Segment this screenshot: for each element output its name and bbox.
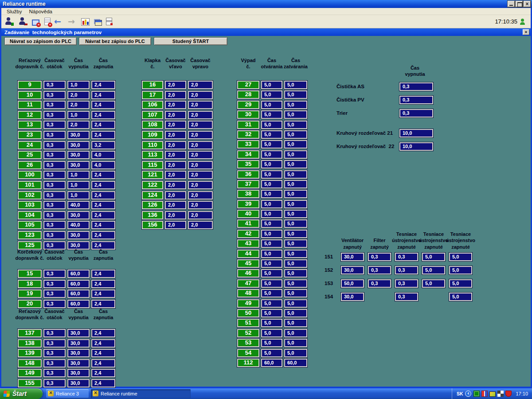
taskbar-task-reliance3[interactable]: Reliance 3 bbox=[46, 389, 89, 398]
value-field[interactable]: 5,0 bbox=[422, 279, 445, 288]
value-field[interactable]: 5,0 bbox=[284, 81, 307, 89]
value-field[interactable]: 0,3 bbox=[43, 171, 66, 179]
value-field[interactable]: 2,0 bbox=[188, 161, 213, 169]
value-field[interactable]: 0,3 bbox=[368, 279, 391, 288]
value-field[interactable]: 5,0 bbox=[261, 259, 282, 268]
value-field[interactable]: 40,0 bbox=[67, 201, 90, 209]
document-close-icon[interactable] bbox=[44, 18, 51, 25]
chart-icon[interactable] bbox=[81, 18, 90, 26]
value-field[interactable]: 5,0 bbox=[284, 121, 307, 129]
value-field[interactable]: 2,0 bbox=[165, 191, 186, 200]
value-field[interactable]: 5,0 bbox=[261, 200, 282, 208]
back-icon[interactable] bbox=[54, 17, 63, 26]
value-field[interactable]: 2,0 bbox=[188, 181, 213, 189]
value-field[interactable]: 5,0 bbox=[284, 309, 307, 317]
value-field[interactable]: 30,0 bbox=[67, 151, 90, 159]
value-field[interactable]: 5,0 bbox=[261, 309, 282, 317]
value-field[interactable]: 0,3 bbox=[395, 279, 418, 288]
value-field[interactable]: 5,0 bbox=[284, 349, 307, 357]
value-field[interactable]: 2,4 bbox=[91, 289, 115, 298]
value-field[interactable]: 2,4 bbox=[91, 171, 115, 179]
value-field[interactable]: 5,0 bbox=[261, 110, 282, 119]
value-field[interactable]: 10,0 bbox=[399, 142, 433, 151]
start-button[interactable]: Štart bbox=[0, 388, 43, 399]
value-field[interactable]: 2,4 bbox=[91, 101, 115, 109]
value-field[interactable]: 5,0 bbox=[422, 253, 445, 261]
value-field[interactable]: 60,0 bbox=[67, 280, 90, 288]
value-field[interactable]: 0,3 bbox=[43, 300, 66, 308]
value-field[interactable]: 60,0 bbox=[284, 359, 307, 367]
value-field[interactable]: 0,3 bbox=[43, 270, 66, 278]
value-field[interactable]: 5,0 bbox=[261, 81, 282, 89]
screens-icon[interactable] bbox=[95, 20, 102, 26]
value-field[interactable]: 4,0 bbox=[91, 161, 115, 169]
value-field[interactable]: 5,0 bbox=[284, 339, 307, 347]
value-field[interactable]: 30,0 bbox=[67, 359, 90, 368]
value-field[interactable]: 0,3 bbox=[43, 131, 66, 139]
report-icon[interactable] bbox=[106, 18, 112, 25]
tray-checker-icon[interactable] bbox=[497, 391, 504, 397]
value-field[interactable]: 0,3 bbox=[43, 289, 66, 298]
value-field[interactable]: 5,0 bbox=[261, 101, 282, 109]
value-field[interactable]: 40,0 bbox=[67, 221, 90, 229]
value-field[interactable]: 1,0 bbox=[67, 191, 90, 200]
cold-start-button[interactable]: Studený ŠTART bbox=[154, 37, 227, 45]
value-field[interactable]: 5,0 bbox=[261, 130, 282, 139]
value-field[interactable]: 0,3 bbox=[43, 121, 66, 129]
value-field[interactable]: 5,0 bbox=[261, 329, 282, 337]
value-field[interactable]: 5,0 bbox=[261, 180, 282, 188]
value-field[interactable]: 5,0 bbox=[261, 230, 282, 238]
value-field[interactable]: 30,0 bbox=[67, 211, 90, 219]
value-field[interactable]: 3,2 bbox=[91, 141, 115, 149]
language-indicator[interactable]: SK bbox=[457, 391, 463, 396]
value-field[interactable]: 2,0 bbox=[188, 81, 213, 89]
value-field[interactable]: 5,0 bbox=[284, 269, 307, 278]
value-field[interactable]: 2,4 bbox=[91, 211, 115, 219]
value-field[interactable]: 60,0 bbox=[67, 289, 90, 298]
value-field[interactable]: 5,0 bbox=[261, 219, 282, 228]
value-field[interactable]: 2,0 bbox=[188, 101, 213, 109]
value-field[interactable]: 5,0 bbox=[284, 170, 307, 179]
value-field[interactable]: 0,3 bbox=[43, 369, 66, 377]
value-field[interactable]: 5,0 bbox=[261, 121, 282, 129]
value-field[interactable]: 5,0 bbox=[261, 349, 282, 357]
value-field[interactable]: 2,4 bbox=[91, 369, 115, 377]
value-field[interactable]: 2,0 bbox=[188, 91, 213, 99]
value-field[interactable]: 2,4 bbox=[91, 181, 115, 189]
value-field[interactable]: 0,3 bbox=[43, 379, 66, 387]
value-field[interactable]: 2,0 bbox=[188, 151, 213, 159]
value-field[interactable]: 30,0 bbox=[67, 339, 90, 348]
value-field[interactable]: 2,0 bbox=[165, 81, 186, 89]
value-field[interactable]: 2,0 bbox=[165, 171, 186, 179]
value-field[interactable]: 2,4 bbox=[91, 121, 115, 129]
value-field[interactable]: 5,0 bbox=[284, 130, 307, 139]
value-field[interactable]: 50,0 bbox=[341, 279, 364, 288]
forward-icon[interactable] bbox=[67, 17, 77, 26]
value-field[interactable]: 30,0 bbox=[67, 349, 90, 357]
value-field[interactable]: 2,0 bbox=[67, 121, 90, 129]
value-field[interactable]: 2,0 bbox=[165, 101, 186, 109]
value-field[interactable]: 0,3 bbox=[43, 81, 66, 89]
user-login-icon[interactable] bbox=[4, 17, 14, 26]
value-field[interactable]: 5,0 bbox=[284, 299, 307, 308]
value-field[interactable]: 5,0 bbox=[261, 170, 282, 179]
value-field[interactable]: 30,0 bbox=[341, 253, 364, 261]
value-field[interactable]: 5,0 bbox=[261, 150, 282, 159]
value-field[interactable]: 5,0 bbox=[449, 266, 472, 274]
value-field[interactable]: 0,3 bbox=[43, 329, 66, 337]
panel-close-icon[interactable] bbox=[523, 29, 529, 35]
value-field[interactable]: 0,3 bbox=[395, 253, 418, 261]
value-field[interactable]: 2,4 bbox=[91, 280, 115, 288]
value-field[interactable]: 60,0 bbox=[67, 300, 90, 308]
value-field[interactable]: 5,0 bbox=[284, 190, 307, 198]
value-field[interactable]: 5,0 bbox=[449, 279, 472, 288]
value-field[interactable]: 2,4 bbox=[91, 201, 115, 209]
value-field[interactable]: 4,0 bbox=[91, 151, 115, 159]
value-field[interactable]: 5,0 bbox=[284, 140, 307, 149]
value-field[interactable]: 0,3 bbox=[43, 221, 66, 229]
value-field[interactable]: 5,0 bbox=[284, 319, 307, 327]
value-field[interactable]: 0,3 bbox=[395, 293, 418, 301]
value-field[interactable]: 30,0 bbox=[67, 141, 90, 149]
tray-display-icon[interactable] bbox=[489, 391, 496, 397]
value-field[interactable]: 5,0 bbox=[284, 259, 307, 268]
